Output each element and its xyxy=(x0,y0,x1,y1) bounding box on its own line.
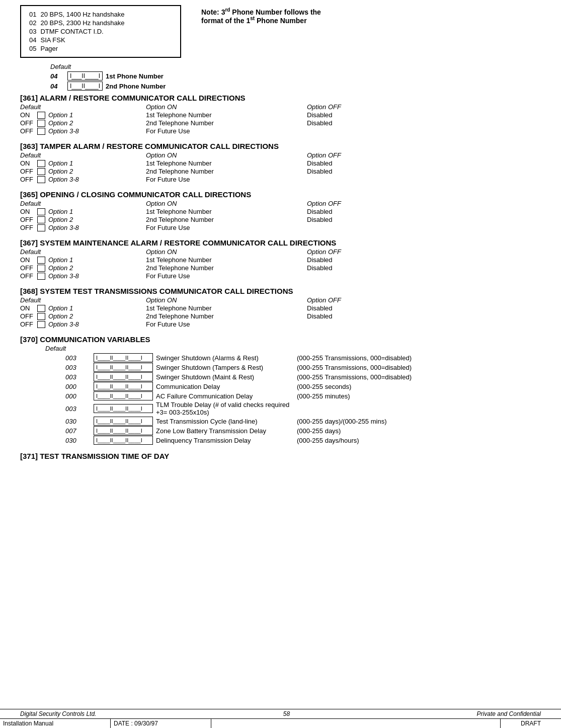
comm-range: (000-255 Transmissions, 000=disabled) xyxy=(297,354,541,362)
col-headers: DefaultOption ONOption OFF xyxy=(20,248,541,256)
format-box: 0120 BPS, 1400 Hz handshake0220 BPS, 230… xyxy=(20,5,181,58)
option-on-desc: 1st Telephone Number xyxy=(146,256,307,264)
opt-checkbox xyxy=(37,168,45,175)
opt-state: ON xyxy=(20,256,34,264)
comm-row: 003 I____II____II____I Swinger Shutdown … xyxy=(65,363,541,372)
footer-classification: Private and Confidential xyxy=(477,710,541,717)
opt-state: OFF xyxy=(20,168,34,175)
col-option-on: Option ON xyxy=(146,151,307,159)
opt-checkbox xyxy=(37,112,45,119)
option-off-desc: Disabled xyxy=(307,111,541,119)
opt-checkbox xyxy=(37,120,45,127)
option-off-desc: Disabled xyxy=(307,159,541,167)
option-on-desc: 2nd Telephone Number xyxy=(146,216,307,223)
option-off-desc xyxy=(307,320,541,328)
option-on-desc: For Future Use xyxy=(146,272,307,280)
option-row: OFF Option 3-8 For Future Use xyxy=(20,224,541,231)
opt-state: ON xyxy=(20,111,34,119)
opt-state: OFF xyxy=(20,176,34,183)
col-option-off: Option OFF xyxy=(307,296,541,304)
comm-row: 000 I____II____II____I AC Failure Commun… xyxy=(65,391,541,400)
option-row: OFF Option 2 2nd Telephone Number Disabl… xyxy=(20,312,541,320)
col-option-on: Option ON xyxy=(146,296,307,304)
opt-checkbox xyxy=(37,208,45,215)
option-on-desc: 2nd Telephone Number xyxy=(146,264,307,272)
format-num: 02 xyxy=(29,19,40,27)
format-row: 04SIA FSK xyxy=(29,36,128,44)
option-left: OFF Option 2 xyxy=(20,119,146,127)
option-left: ON Option 1 xyxy=(20,208,146,215)
comm-vars-section: [370] COMMUNICATION VARIABLES Default 00… xyxy=(20,335,541,445)
opt-label: Option 1 xyxy=(48,159,73,167)
format-label: 20 BPS, 1400 Hz handshake xyxy=(40,10,128,19)
comm-input: I____II____II____I xyxy=(94,372,153,381)
comm-range: (000-255 days) xyxy=(297,427,541,435)
opt-state: OFF xyxy=(20,216,34,223)
option-off-desc: Disabled xyxy=(307,312,541,320)
default-input: I___II____I xyxy=(67,82,103,91)
opt-label: Option 3-8 xyxy=(48,272,79,280)
opt-label: Option 2 xyxy=(48,312,73,320)
comm-default: 030 xyxy=(65,437,91,444)
option-left: OFF Option 3-8 xyxy=(20,127,146,135)
comm-vars-title: [370] COMMUNICATION VARIABLES xyxy=(20,335,541,344)
col-headers: DefaultOption ONOption OFF xyxy=(20,103,541,111)
comm-range: (000-255 seconds) xyxy=(297,383,541,390)
comm-desc: Communication Delay xyxy=(156,383,297,390)
option-left: OFF Option 2 xyxy=(20,216,146,223)
opt-label: Option 3-8 xyxy=(48,127,79,135)
comm-range: (000-255 days)/(000-255 mins) xyxy=(297,418,541,425)
format-label: 20 BPS, 2300 Hz handshake xyxy=(40,19,128,27)
format-label: SIA FSK xyxy=(40,36,128,44)
default-row: 04I___II____I1st Phone Number xyxy=(50,71,541,80)
option-left: OFF Option 3-8 xyxy=(20,176,146,183)
option-off-desc: Disabled xyxy=(307,168,541,175)
comm-row: 003 I____II____II____I TLM Trouble Delay… xyxy=(65,401,541,416)
opt-label: Option 1 xyxy=(48,111,73,119)
option-row: OFF Option 3-8 For Future Use xyxy=(20,320,541,328)
opt-label: Option 2 xyxy=(48,216,73,223)
option-row: OFF Option 2 2nd Telephone Number Disabl… xyxy=(20,264,541,272)
format-num: 01 xyxy=(29,10,40,19)
footer-draft: DRAFT xyxy=(501,719,561,728)
opt-checkbox xyxy=(37,257,45,264)
col-headers: DefaultOption ONOption OFF xyxy=(20,151,541,159)
opt-checkbox xyxy=(37,273,45,280)
opt-checkbox xyxy=(37,305,45,312)
section-title: [367] SYSTEM MAINTENANCE ALARM / RESTORE… xyxy=(20,238,541,247)
opt-state: OFF xyxy=(20,312,34,320)
col-option-off: Option OFF xyxy=(307,200,541,207)
footer-date: DATE : 09/30/97 xyxy=(111,719,211,728)
comm-default: 000 xyxy=(65,392,91,400)
opt-checkbox xyxy=(37,160,45,167)
comm-desc: Delinquency Transmission Delay xyxy=(156,437,297,444)
option-off-desc: Disabled xyxy=(307,264,541,272)
col-option-off: Option OFF xyxy=(307,151,541,159)
comm-default: 007 xyxy=(65,427,91,435)
option-left: OFF Option 3-8 xyxy=(20,272,146,280)
option-row: OFF Option 3-8 For Future Use xyxy=(20,272,541,280)
option-row: OFF Option 2 2nd Telephone Number Disabl… xyxy=(20,168,541,175)
test-title: [371] TEST TRANSMISSION TIME OF DAY xyxy=(20,452,541,460)
option-left: ON Option 1 xyxy=(20,304,146,312)
comm-input: I____II____II____I xyxy=(94,436,153,445)
opt-checkbox xyxy=(37,128,45,135)
footer-company: Digital Security Controls Ltd. xyxy=(20,710,96,717)
opt-label: Option 3-8 xyxy=(48,224,79,231)
option-row: ON Option 1 1st Telephone Number Disable… xyxy=(20,256,541,264)
opt-state: OFF xyxy=(20,264,34,272)
section-367: [367] SYSTEM MAINTENANCE ALARM / RESTORE… xyxy=(20,238,541,280)
format-row: 05Pager xyxy=(29,44,128,53)
opt-label: Option 1 xyxy=(48,208,73,215)
format-row: 03DTMF CONTACT I.D. xyxy=(29,27,128,36)
opt-checkbox xyxy=(37,216,45,223)
opt-checkbox xyxy=(37,224,45,231)
section-title: [368] SYSTEM TEST TRANSMISSIONS COMMUNIC… xyxy=(20,287,541,295)
default-label: Default xyxy=(50,63,541,70)
col-default: Default xyxy=(20,200,146,207)
option-off-desc: Disabled xyxy=(307,304,541,312)
option-off-desc xyxy=(307,272,541,280)
option-on-desc: For Future Use xyxy=(146,224,307,231)
col-option-on: Option ON xyxy=(146,248,307,256)
format-row: 0220 BPS, 2300 Hz handshake xyxy=(29,19,128,27)
